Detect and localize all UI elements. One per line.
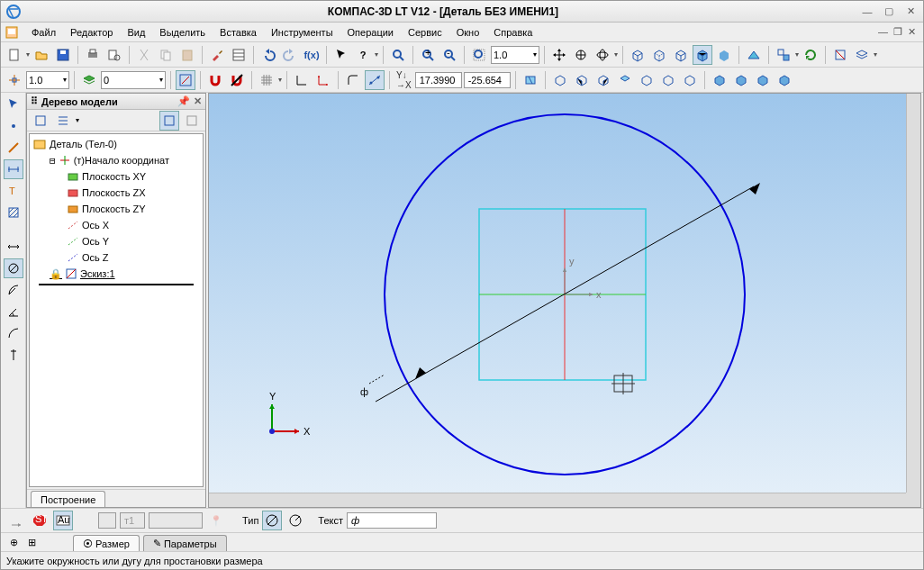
layers-icon[interactable] — [79, 70, 99, 90]
copy-button[interactable] — [156, 45, 176, 65]
no-hidden-button[interactable] — [671, 45, 691, 65]
menu-editor[interactable]: Редактор — [63, 25, 120, 40]
mdi-restore[interactable]: ❐ — [893, 26, 902, 38]
zoom-window-button[interactable] — [388, 45, 408, 65]
hatch-tool[interactable] — [4, 203, 23, 222]
grid-button[interactable] — [257, 70, 276, 90]
menu-help[interactable]: Справка — [486, 25, 539, 40]
select-cursor-button[interactable] — [331, 45, 351, 65]
menu-file[interactable]: Файл — [24, 25, 63, 40]
mdi-close[interactable]: ✕ — [908, 26, 916, 38]
scrollbar-vertical[interactable] — [906, 94, 920, 493]
panel-expand-2[interactable]: ⊞ — [24, 536, 39, 548]
round-button[interactable] — [343, 70, 363, 90]
hidden-edge-button[interactable] — [649, 45, 669, 65]
cut-button[interactable] — [134, 45, 154, 65]
tree-root[interactable]: Деталь (Тел-0) — [32, 136, 201, 152]
iso2-button[interactable] — [731, 70, 751, 90]
redo-button[interactable] — [280, 45, 300, 65]
tree-axis-y[interactable]: Ось Y — [32, 233, 201, 249]
auto-button[interactable]: Auto — [53, 511, 73, 530]
pan-button[interactable] — [549, 45, 569, 65]
menu-tools[interactable]: Инструменты — [264, 25, 340, 40]
panel-expand-1[interactable]: ⊕ — [6, 536, 21, 548]
iso-xyz-button[interactable] — [550, 70, 570, 90]
dimension-tool[interactable] — [4, 159, 23, 179]
tree-pin-icon[interactable]: 📌 — [177, 95, 190, 107]
arc-dim-tool[interactable] — [4, 323, 23, 343]
normal-view-button[interactable] — [521, 70, 540, 90]
mdi-minimize[interactable]: — — [878, 26, 888, 38]
help-cursor-button[interactable]: ? — [353, 45, 373, 65]
step-input[interactable]: ▾ — [26, 71, 69, 89]
zoom-in-button[interactable]: + — [418, 45, 438, 65]
tree-plane-xy[interactable]: Плоскость XY — [32, 168, 201, 185]
open-button[interactable] — [32, 45, 51, 65]
scrollbar-horizontal[interactable] — [209, 493, 906, 507]
orbit-button[interactable] — [593, 45, 612, 65]
apply-button[interactable] — [6, 511, 26, 530]
wireframe-button[interactable] — [628, 45, 648, 65]
rebuild-button[interactable] — [801, 45, 820, 65]
close-button[interactable]: ✕ — [903, 5, 918, 19]
iso1-button[interactable] — [710, 70, 729, 90]
line-tool[interactable] — [4, 138, 23, 158]
preview-button[interactable] — [104, 45, 124, 65]
undo-button[interactable] — [258, 45, 278, 65]
simplify-button[interactable] — [774, 45, 793, 65]
tree-sketch[interactable]: 🔒 Эскиз:1 — [32, 266, 201, 282]
menu-operations[interactable]: Операции — [340, 25, 401, 40]
bottom-view-button[interactable] — [637, 70, 657, 90]
t1-lock[interactable]: 📍 — [206, 511, 226, 530]
snap-magnet-button[interactable] — [205, 70, 225, 90]
tab-size[interactable]: ⦿ Размер — [73, 535, 140, 551]
zoom-fit-button[interactable] — [469, 45, 489, 65]
type-radius-button[interactable] — [285, 511, 305, 530]
perspective-button[interactable] — [744, 45, 764, 65]
text-field[interactable]: ф — [347, 512, 437, 529]
text-tool[interactable]: T — [4, 181, 23, 201]
coord-y[interactable]: -25.654 — [464, 72, 511, 88]
tree-plane-zx[interactable]: Плоскость ZX — [32, 185, 201, 201]
maximize-button[interactable]: ▢ — [882, 5, 896, 19]
save-button[interactable] — [53, 45, 73, 65]
tree-btn-3[interactable] — [159, 111, 179, 131]
zoom-out-button[interactable]: - — [439, 45, 459, 65]
iso4-button[interactable] — [775, 70, 794, 90]
tree-btn-2[interactable] — [53, 111, 73, 131]
left-view-button[interactable] — [658, 70, 678, 90]
menu-view[interactable]: Вид — [120, 25, 152, 40]
cursor-step-button[interactable] — [5, 70, 24, 90]
snap-off-button[interactable] — [227, 70, 247, 90]
linear-dim-tool[interactable] — [4, 237, 23, 257]
tree-axis-x[interactable]: Ось X — [32, 217, 201, 233]
height-dim-tool[interactable] — [4, 345, 23, 365]
menu-service[interactable]: Сервис — [401, 25, 449, 40]
right-view-button[interactable] — [680, 70, 700, 90]
ortho-button[interactable] — [292, 70, 312, 90]
param-button[interactable] — [365, 70, 385, 90]
viewport[interactable]: y x ф X Y — [208, 93, 921, 508]
front-view-button[interactable] — [572, 70, 592, 90]
tree-close-icon[interactable]: ✕ — [194, 95, 202, 107]
menu-window[interactable]: Окно — [449, 25, 487, 40]
sketch-mode-button[interactable] — [176, 70, 195, 90]
brush-button[interactable] — [207, 45, 227, 65]
fx-button[interactable]: f(x) — [302, 45, 322, 65]
zoom-dyn-button[interactable] — [571, 45, 591, 65]
angle-dim-tool[interactable] — [4, 302, 23, 321]
layers-button[interactable] — [852, 45, 872, 65]
tree-axis-z[interactable]: Ось Z — [32, 249, 201, 266]
local-cs-button[interactable] — [313, 70, 333, 90]
print-button[interactable] — [83, 45, 103, 65]
point-tool[interactable] — [4, 116, 23, 136]
zoom-input[interactable] — [494, 50, 533, 60]
back-view-button[interactable] — [593, 70, 613, 90]
tree-body[interactable]: Деталь (Тел-0) ⊟ (т)Начало координат Пло… — [29, 133, 204, 487]
tree-tab-build[interactable]: Построение — [31, 491, 105, 507]
top-view-button[interactable] — [615, 70, 635, 90]
minimize-button[interactable]: — — [860, 5, 874, 19]
type-diameter-button[interactable] — [262, 511, 282, 530]
menu-select[interactable]: Выделить — [152, 25, 213, 40]
menu-insert[interactable]: Вставка — [213, 25, 264, 40]
